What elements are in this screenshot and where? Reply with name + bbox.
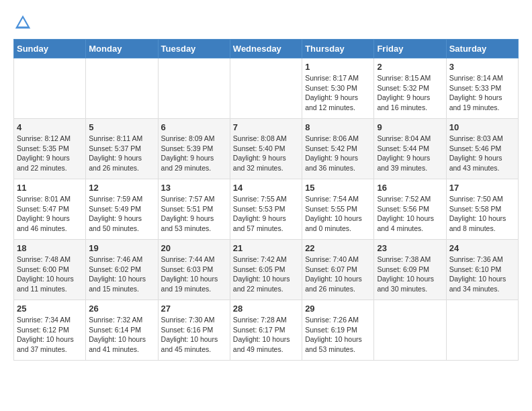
header-cell-tuesday: Tuesday — [158, 40, 230, 58]
logo — [13, 13, 35, 32]
day-info: Sunrise: 8:15 AM Sunset: 5:32 PM Dayligh… — [377, 73, 443, 113]
day-number: 4 — [17, 122, 83, 132]
day-number: 15 — [305, 183, 371, 193]
header-cell-thursday: Thursday — [302, 40, 374, 58]
calendar-cell: 9Sunrise: 8:04 AM Sunset: 5:44 PM Daylig… — [374, 119, 446, 179]
day-info: Sunrise: 7:59 AM Sunset: 5:49 PM Dayligh… — [89, 194, 154, 234]
calendar-cell — [230, 58, 302, 119]
day-info: Sunrise: 8:03 AM Sunset: 5:46 PM Dayligh… — [449, 134, 515, 173]
week-row-2: 11Sunrise: 8:01 AM Sunset: 5:47 PM Dayli… — [14, 179, 519, 240]
calendar-cell: 6Sunrise: 8:09 AM Sunset: 5:39 PM Daylig… — [158, 119, 230, 179]
day-number: 3 — [449, 62, 515, 72]
day-info: Sunrise: 7:50 AM Sunset: 5:58 PM Dayligh… — [449, 194, 515, 234]
day-number: 18 — [17, 243, 83, 253]
day-info: Sunrise: 8:11 AM Sunset: 5:37 PM Dayligh… — [89, 134, 154, 173]
day-number: 20 — [161, 243, 227, 253]
calendar-cell: 11Sunrise: 8:01 AM Sunset: 5:47 PM Dayli… — [14, 179, 86, 240]
logo-icon — [13, 13, 32, 32]
calendar-header: SundayMondayTuesdayWednesdayThursdayFrid… — [14, 40, 519, 58]
calendar-cell: 3Sunrise: 8:14 AM Sunset: 5:33 PM Daylig… — [446, 58, 518, 119]
day-number: 25 — [17, 304, 83, 314]
calendar-cell: 26Sunrise: 7:32 AM Sunset: 6:14 PM Dayli… — [86, 300, 158, 361]
calendar-cell: 8Sunrise: 8:06 AM Sunset: 5:42 PM Daylig… — [302, 119, 374, 179]
day-number: 22 — [305, 243, 371, 253]
day-number: 17 — [449, 183, 515, 193]
day-number: 6 — [161, 122, 227, 132]
calendar-cell: 23Sunrise: 7:38 AM Sunset: 6:09 PM Dayli… — [374, 240, 446, 300]
day-number: 2 — [377, 62, 443, 72]
header — [13, 13, 519, 32]
day-number: 21 — [233, 243, 299, 253]
calendar-cell — [374, 300, 446, 361]
day-number: 9 — [377, 122, 443, 132]
day-info: Sunrise: 8:14 AM Sunset: 5:33 PM Dayligh… — [449, 73, 515, 113]
day-number: 27 — [161, 304, 227, 314]
day-info: Sunrise: 8:08 AM Sunset: 5:40 PM Dayligh… — [233, 134, 299, 173]
day-number: 10 — [449, 122, 515, 132]
week-row-0: 1Sunrise: 8:17 AM Sunset: 5:30 PM Daylig… — [14, 58, 519, 119]
day-number: 16 — [377, 183, 443, 193]
calendar-cell: 7Sunrise: 8:08 AM Sunset: 5:40 PM Daylig… — [230, 119, 302, 179]
day-info: Sunrise: 7:26 AM Sunset: 6:19 PM Dayligh… — [305, 315, 371, 355]
calendar-cell: 22Sunrise: 7:40 AM Sunset: 6:07 PM Dayli… — [302, 240, 374, 300]
week-row-1: 4Sunrise: 8:12 AM Sunset: 5:35 PM Daylig… — [14, 119, 519, 179]
day-info: Sunrise: 7:44 AM Sunset: 6:03 PM Dayligh… — [161, 255, 227, 294]
day-info: Sunrise: 7:54 AM Sunset: 5:55 PM Dayligh… — [305, 194, 371, 234]
header-cell-saturday: Saturday — [446, 40, 518, 58]
calendar-cell: 21Sunrise: 7:42 AM Sunset: 6:05 PM Dayli… — [230, 240, 302, 300]
calendar-table: SundayMondayTuesdayWednesdayThursdayFrid… — [13, 39, 519, 361]
day-info: Sunrise: 8:04 AM Sunset: 5:44 PM Dayligh… — [377, 134, 443, 173]
day-info: Sunrise: 7:55 AM Sunset: 5:53 PM Dayligh… — [233, 194, 299, 234]
day-number: 5 — [89, 122, 154, 132]
day-number: 8 — [305, 122, 371, 132]
calendar-cell: 15Sunrise: 7:54 AM Sunset: 5:55 PM Dayli… — [302, 179, 374, 240]
calendar-cell: 17Sunrise: 7:50 AM Sunset: 5:58 PM Dayli… — [446, 179, 518, 240]
day-info: Sunrise: 8:12 AM Sunset: 5:35 PM Dayligh… — [17, 134, 83, 173]
calendar-cell: 20Sunrise: 7:44 AM Sunset: 6:03 PM Dayli… — [158, 240, 230, 300]
calendar-body: 1Sunrise: 8:17 AM Sunset: 5:30 PM Daylig… — [14, 58, 519, 361]
calendar-cell: 29Sunrise: 7:26 AM Sunset: 6:19 PM Dayli… — [302, 300, 374, 361]
day-number: 1 — [305, 62, 371, 72]
header-cell-wednesday: Wednesday — [230, 40, 302, 58]
calendar-cell — [14, 58, 86, 119]
calendar-cell: 2Sunrise: 8:15 AM Sunset: 5:32 PM Daylig… — [374, 58, 446, 119]
calendar-cell: 18Sunrise: 7:48 AM Sunset: 6:00 PM Dayli… — [14, 240, 86, 300]
day-number: 13 — [161, 183, 227, 193]
calendar-cell: 10Sunrise: 8:03 AM Sunset: 5:46 PM Dayli… — [446, 119, 518, 179]
calendar-cell: 4Sunrise: 8:12 AM Sunset: 5:35 PM Daylig… — [14, 119, 86, 179]
calendar-cell: 13Sunrise: 7:57 AM Sunset: 5:51 PM Dayli… — [158, 179, 230, 240]
calendar-cell — [86, 58, 158, 119]
day-info: Sunrise: 7:38 AM Sunset: 6:09 PM Dayligh… — [377, 255, 443, 294]
day-info: Sunrise: 8:06 AM Sunset: 5:42 PM Dayligh… — [305, 134, 371, 173]
calendar-cell: 19Sunrise: 7:46 AM Sunset: 6:02 PM Dayli… — [86, 240, 158, 300]
day-info: Sunrise: 7:36 AM Sunset: 6:10 PM Dayligh… — [449, 255, 515, 294]
day-info: Sunrise: 7:32 AM Sunset: 6:14 PM Dayligh… — [89, 315, 154, 355]
day-info: Sunrise: 8:01 AM Sunset: 5:47 PM Dayligh… — [17, 194, 83, 234]
header-cell-monday: Monday — [86, 40, 158, 58]
calendar-cell: 24Sunrise: 7:36 AM Sunset: 6:10 PM Dayli… — [446, 240, 518, 300]
calendar-cell: 25Sunrise: 7:34 AM Sunset: 6:12 PM Dayli… — [14, 300, 86, 361]
week-row-4: 25Sunrise: 7:34 AM Sunset: 6:12 PM Dayli… — [14, 300, 519, 361]
day-info: Sunrise: 7:57 AM Sunset: 5:51 PM Dayligh… — [161, 194, 227, 234]
day-number: 19 — [89, 243, 154, 253]
day-info: Sunrise: 7:30 AM Sunset: 6:16 PM Dayligh… — [161, 315, 227, 355]
header-cell-friday: Friday — [374, 40, 446, 58]
day-number: 29 — [305, 304, 371, 314]
calendar-cell: 1Sunrise: 8:17 AM Sunset: 5:30 PM Daylig… — [302, 58, 374, 119]
day-info: Sunrise: 7:52 AM Sunset: 5:56 PM Dayligh… — [377, 194, 443, 234]
day-info: Sunrise: 8:09 AM Sunset: 5:39 PM Dayligh… — [161, 134, 227, 173]
day-info: Sunrise: 8:17 AM Sunset: 5:30 PM Dayligh… — [305, 73, 371, 113]
day-info: Sunrise: 7:40 AM Sunset: 6:07 PM Dayligh… — [305, 255, 371, 294]
header-row: SundayMondayTuesdayWednesdayThursdayFrid… — [14, 40, 519, 58]
day-number: 26 — [89, 304, 154, 314]
week-row-3: 18Sunrise: 7:48 AM Sunset: 6:00 PM Dayli… — [14, 240, 519, 300]
calendar-cell: 27Sunrise: 7:30 AM Sunset: 6:16 PM Dayli… — [158, 300, 230, 361]
calendar-cell: 16Sunrise: 7:52 AM Sunset: 5:56 PM Dayli… — [374, 179, 446, 240]
calendar-cell — [158, 58, 230, 119]
day-info: Sunrise: 7:48 AM Sunset: 6:00 PM Dayligh… — [17, 255, 83, 294]
day-number: 7 — [233, 122, 299, 132]
day-info: Sunrise: 7:42 AM Sunset: 6:05 PM Dayligh… — [233, 255, 299, 294]
day-number: 24 — [449, 243, 515, 253]
day-number: 23 — [377, 243, 443, 253]
day-number: 11 — [17, 183, 83, 193]
